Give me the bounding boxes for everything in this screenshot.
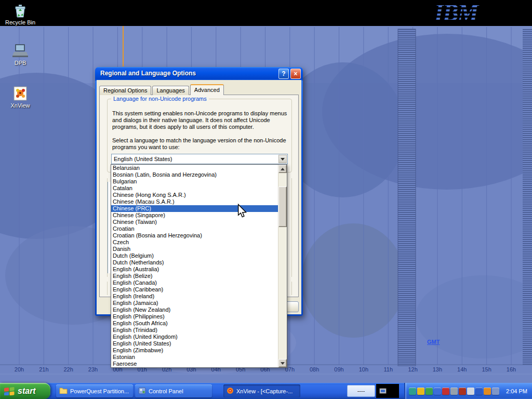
recycle-bin-icon (11, 2, 29, 19)
windows-flag-icon (4, 385, 15, 397)
combobox-dropdown-button[interactable] (278, 155, 287, 163)
chevron-down-icon (281, 158, 285, 161)
xnview-icon (227, 387, 234, 395)
tray-clock: 2:04 PM (506, 388, 532, 394)
taskbar-button-xnview[interactable]: XnView - [<Capture-... (223, 384, 300, 397)
tab-languages[interactable]: Languages (152, 86, 189, 95)
scrollbar[interactable] (278, 165, 287, 367)
language-option[interactable]: Estonian (111, 354, 278, 361)
hidden-group-box-edge (291, 178, 292, 277)
hidden-group-box-edge (291, 282, 292, 295)
ibm-logo: IBM (433, 0, 501, 28)
language-option[interactable]: Czech (111, 239, 278, 246)
mouse-cursor (237, 204, 247, 220)
taskbar-button-label: XnView - [<Capture-... (236, 388, 292, 394)
app-icon (379, 388, 387, 395)
description-text: This system setting enables non-Unicode … (112, 110, 288, 130)
hour-label: 14h (453, 366, 471, 373)
laptop-icon (11, 43, 29, 59)
desktop-icon-label: XnView (0, 102, 41, 109)
display-settings-icon[interactable] (475, 388, 483, 395)
language-option[interactable]: Croatian (111, 225, 278, 232)
language-option[interactable]: Bosnian (Latin, Bosnia and Herzegovina) (111, 171, 278, 178)
language-option[interactable]: Catalan (111, 185, 278, 192)
desktop-icon-label: Recycle Bin (0, 19, 41, 25)
taskbar-button-label: Control Panel (149, 388, 183, 394)
hour-label: 11h (379, 366, 397, 373)
antivirus-shield-icon[interactable] (425, 388, 433, 395)
folder-icon (59, 387, 68, 395)
hour-label: 16h (502, 366, 520, 373)
taskbar-button-powerquest[interactable]: PowerQuest Partition... (56, 384, 133, 397)
start-button[interactable]: start (0, 383, 50, 399)
language-option[interactable]: Chinese (Macau S.A.R.) (111, 198, 278, 205)
volume-icon[interactable] (467, 388, 474, 395)
hour-label: 12h (404, 366, 422, 373)
language-option[interactable]: English (Philippines) (111, 313, 278, 320)
gmt-label: GMT (427, 339, 440, 345)
language-option[interactable]: English (Australia) (111, 266, 278, 273)
hour-label: 20h (10, 366, 28, 373)
task-manager-icon[interactable] (450, 388, 458, 395)
hidden-group-box-edge (107, 282, 108, 295)
messenger-icon[interactable] (417, 388, 424, 395)
dialog-titlebar[interactable]: Regional and Language Options (95, 67, 303, 81)
language-option[interactable]: English (New Zealand) (111, 307, 278, 313)
taskbar-black-segment[interactable] (376, 384, 399, 398)
taskbar-mini-toolbar[interactable]: ---- (347, 385, 375, 397)
language-option[interactable]: English (Belize) (111, 273, 278, 280)
scheduler-icon[interactable] (492, 388, 499, 395)
language-option[interactable]: English (Ireland) (111, 293, 278, 300)
language-option[interactable]: Chinese (Hong Kong S.A.R.) (111, 192, 278, 198)
security-warning-icon[interactable] (459, 388, 466, 395)
tab-regional-options[interactable]: Regional Options (99, 86, 151, 95)
language-option[interactable]: English (Caribbean) (111, 286, 278, 293)
hour-label: 21h (35, 366, 52, 373)
language-option[interactable]: English (Zimbabwe) (111, 347, 278, 354)
language-option[interactable]: Belarusian (111, 165, 278, 171)
arrow-down-icon (281, 362, 285, 365)
taskbar-button-control-panel[interactable]: Control Panel (135, 384, 212, 397)
language-option[interactable]: Faeroese (111, 361, 278, 367)
update-icon[interactable] (484, 388, 491, 395)
language-option[interactable]: English (United States) (111, 340, 278, 347)
scroll-up-button[interactable] (278, 165, 287, 173)
language-option[interactable]: Croatian (Bosnia and Herzegovina) (111, 232, 278, 239)
desktop-icon-recycle-bin[interactable]: Recycle Bin (0, 2, 41, 25)
scrollbar-thumb[interactable] (278, 187, 287, 227)
language-option[interactable]: English (South Africa) (111, 320, 278, 327)
hour-label: 09h (330, 366, 348, 373)
language-option[interactable]: Chinese (PRC) (111, 205, 278, 212)
language-option[interactable]: Chinese (Singapore) (111, 212, 278, 219)
removable-device-icon[interactable] (409, 388, 416, 395)
alert-icon[interactable] (442, 388, 449, 395)
language-option[interactable]: English (Canada) (111, 280, 278, 286)
language-option[interactable]: Dutch (Belgium) (111, 252, 278, 259)
help-button[interactable]: ? (278, 69, 289, 79)
desktop-icon-xnview[interactable]: XnView (0, 85, 41, 109)
desktop-icon-dpb[interactable]: DPB (0, 43, 41, 66)
hour-label: 10h (355, 366, 373, 373)
language-option[interactable]: English (United Kingdom) (111, 334, 278, 340)
regional-and-language-options-dialog: Regional and Language Options ? × Region… (95, 67, 303, 316)
language-combobox[interactable]: English (United States) (111, 154, 288, 164)
taskbar: start PowerQuest Partition... Control Pa… (0, 383, 532, 399)
arrow-up-icon (281, 168, 285, 170)
dialog-title: Regional and Language Options (100, 70, 196, 77)
desktop-icon-label: DPB (0, 60, 41, 66)
language-option[interactable]: Bulgarian (111, 178, 278, 185)
hour-label: 15h (478, 366, 496, 373)
language-list-items: BelarusianBosnian (Latin, Bosnia and Her… (111, 165, 278, 367)
close-button[interactable]: × (290, 69, 301, 79)
language-option[interactable]: Danish (111, 246, 278, 252)
scroll-down-button[interactable] (278, 359, 287, 367)
language-option[interactable]: Chinese (Taiwan) (111, 219, 278, 225)
language-option[interactable]: English (Jamaica) (111, 300, 278, 307)
group-box-caption: Language for non-Unicode programs (111, 96, 209, 102)
language-option[interactable]: Dutch (Netherlands) (111, 259, 278, 266)
network-status-icon[interactable] (434, 388, 441, 395)
tab-strip: Regional OptionsLanguagesAdvanced (99, 84, 225, 95)
select-instruction-text: Select a language to match the language … (112, 137, 288, 151)
tab-advanced[interactable]: Advanced (190, 84, 224, 95)
language-option[interactable]: English (Trinidad) (111, 327, 278, 334)
